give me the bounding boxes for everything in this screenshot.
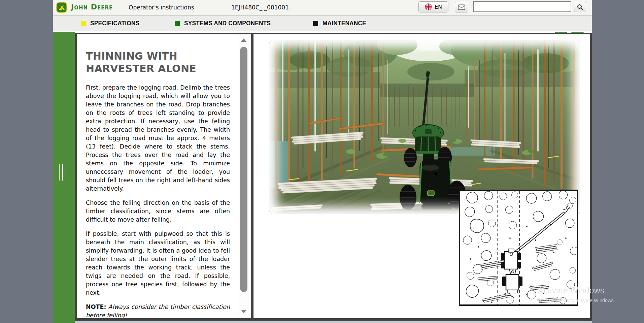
media-panel xyxy=(253,34,590,318)
sidebar-drag-handle[interactable] xyxy=(59,164,66,181)
search-input[interactable] xyxy=(473,1,571,12)
content-frame: THINNING WITH HARVESTER ALONE First, pre… xyxy=(75,33,592,321)
thinning-diagram-image xyxy=(459,190,578,306)
envelope-icon xyxy=(458,4,465,10)
bottom-strip xyxy=(75,321,592,323)
forest-harvester-image xyxy=(269,40,580,214)
search-button[interactable] xyxy=(574,2,586,12)
mail-button[interactable] xyxy=(455,2,468,12)
article-paragraph: If possible, start with pulpwood so that… xyxy=(86,230,230,297)
brand-wordmark: John Deere xyxy=(71,3,113,11)
section-navbar: SPECIFICATIONS SYSTEMS AND COMPONENTS MA… xyxy=(53,15,592,31)
article-scrollbar[interactable] xyxy=(238,35,250,317)
article-title: THINNING WITH HARVESTER ALONE xyxy=(86,50,197,75)
language-code: EN xyxy=(435,4,442,10)
scroll-down-icon[interactable] xyxy=(241,310,246,313)
model-code: 1EJH480C_ _001001- xyxy=(231,4,291,11)
green-sidebar xyxy=(53,32,75,323)
tab-specifications[interactable]: SPECIFICATIONS xyxy=(81,15,141,31)
language-button[interactable]: EN xyxy=(418,1,448,12)
black-square-icon xyxy=(313,21,318,26)
article-paragraph: Choose the felling direction on the basi… xyxy=(86,199,230,224)
tab-maintenance[interactable]: MAINTENANCE xyxy=(313,15,368,31)
uk-flag-icon xyxy=(425,3,432,10)
header-bar: John Deere Operator's instructions 1EJH4… xyxy=(53,0,592,15)
green-square-icon xyxy=(175,21,180,26)
page-title: Operator's instructions xyxy=(129,4,194,11)
scroll-up-icon[interactable] xyxy=(241,38,246,42)
john-deere-logo xyxy=(56,2,67,13)
application-window: John Deere Operator's instructions 1EJH4… xyxy=(53,0,592,323)
scrollbar-thumb[interactable] xyxy=(240,47,247,292)
magnifier-icon xyxy=(577,4,583,10)
article-text: THINNING WITH HARVESTER ALONE First, pre… xyxy=(77,34,251,318)
tab-systems-and-components[interactable]: SYSTEMS AND COMPONENTS xyxy=(175,15,274,31)
article-panel: THINNING WITH HARVESTER ALONE First, pre… xyxy=(77,34,251,318)
article-note: NOTE: Always consider the timber classif… xyxy=(86,303,230,318)
article-paragraph: First, prepare the logging road. Delimb … xyxy=(86,84,230,193)
yellow-square-icon xyxy=(81,21,86,26)
